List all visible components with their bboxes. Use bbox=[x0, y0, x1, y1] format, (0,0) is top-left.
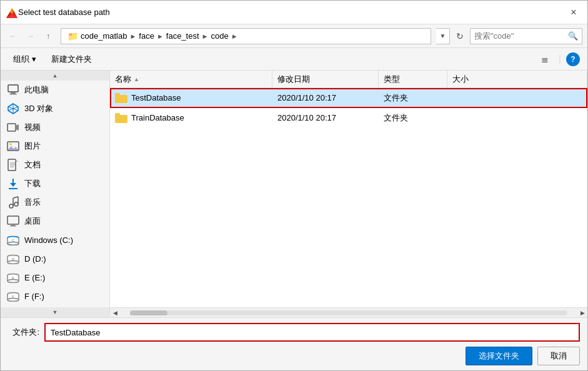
file-pane: 名称 ▲ 修改日期 类型 大小 bbox=[110, 71, 587, 317]
buttons-row: 选择文件夹 取消 bbox=[8, 347, 580, 365]
chevron-icon-1: ► bbox=[129, 32, 136, 40]
toolbar-divider: | bbox=[559, 54, 561, 65]
svg-point-14 bbox=[9, 143, 12, 146]
svg-text:F: F bbox=[12, 295, 14, 299]
path-segment-3: face_test bbox=[166, 31, 199, 41]
sidebar-item-pc[interactable]: 此电脑 bbox=[1, 81, 109, 99]
h-scroll-right-button[interactable]: ▶ bbox=[577, 308, 587, 318]
sidebar-item-3d[interactable]: 3D 对象 bbox=[1, 99, 109, 118]
windows-drive-icon: C bbox=[7, 234, 19, 246]
sidebar-label-video: 视频 bbox=[24, 122, 41, 133]
folder-icon-testdatabase bbox=[115, 93, 127, 103]
up-button[interactable]: ↑ bbox=[41, 29, 56, 44]
file-name-traindatabase: TrainDatabase bbox=[112, 113, 275, 123]
close-button[interactable]: × bbox=[565, 4, 582, 21]
file-list: TestDatabase 2020/1/10 20:17 文件夹 TrainDa… bbox=[110, 88, 587, 307]
file-name-testdatabase: TestDatabase bbox=[112, 93, 275, 103]
path-segment-1: code_matlab bbox=[81, 31, 127, 41]
sidebar-scroll-down[interactable]: ▼ bbox=[1, 307, 109, 317]
search-input[interactable] bbox=[474, 31, 566, 41]
svg-text:D: D bbox=[12, 257, 14, 261]
sidebar-item-pic[interactable]: 图片 bbox=[1, 137, 109, 156]
svg-text:C: C bbox=[12, 239, 14, 242]
main-content: ▲ 此电脑 3D 对象 bbox=[1, 71, 587, 317]
dialog-window: Select test database path × ← → ↑ ​ 📁 co… bbox=[0, 0, 588, 371]
column-headers: 名称 ▲ 修改日期 类型 大小 bbox=[110, 71, 587, 88]
svg-point-24 bbox=[9, 204, 13, 208]
e-drive-icon: E bbox=[7, 271, 19, 284]
music-icon bbox=[7, 196, 19, 209]
sidebar-item-f[interactable]: F F (F:) bbox=[1, 287, 109, 305]
d-drive-icon: D bbox=[7, 252, 19, 265]
sidebar-scroll-up[interactable]: ▲ bbox=[1, 71, 109, 81]
sidebar-item-desktop[interactable]: 桌面 bbox=[1, 212, 109, 230]
f-drive-icon: F bbox=[7, 290, 19, 302]
refresh-button[interactable]: ↻ bbox=[452, 28, 467, 44]
view-button[interactable]: ≣ bbox=[536, 51, 554, 67]
organize-button[interactable]: 组织 ▾ bbox=[8, 51, 41, 67]
dialog-title: Select test database path bbox=[18, 7, 565, 17]
file-type-traindatabase: 文件夹 bbox=[381, 112, 450, 124]
sidebar-label-desktop: 桌面 bbox=[24, 215, 41, 227]
title-bar: Select test database path × bbox=[1, 1, 587, 24]
sidebar-items: 此电脑 3D 对象 视频 bbox=[1, 71, 109, 315]
h-scroll-track bbox=[130, 310, 567, 315]
file-date-traindatabase: 2020/1/10 20:17 bbox=[275, 113, 381, 122]
chevron-icon-4: ► bbox=[231, 32, 238, 40]
select-folder-button[interactable]: 选择文件夹 bbox=[466, 347, 532, 365]
help-button[interactable]: ? bbox=[566, 52, 580, 66]
file-row-traindatabase[interactable]: TrainDatabase 2020/1/10 20:17 文件夹 bbox=[110, 108, 587, 128]
h-scroll-thumb[interactable] bbox=[130, 310, 167, 315]
col-header-size[interactable]: 大小 bbox=[447, 71, 587, 87]
back-button[interactable]: ← bbox=[6, 29, 21, 44]
sidebar-item-doc[interactable]: 文档 bbox=[1, 156, 109, 174]
toolbar: 组织 ▾ 新建文件夹 ≣ | ? bbox=[1, 48, 587, 71]
sidebar-item-dl[interactable]: 下载 bbox=[1, 174, 109, 193]
address-bar: ← → ↑ ​ 📁 code_matlab ► face ► face_test… bbox=[1, 24, 587, 48]
app-icon bbox=[6, 6, 18, 19]
file-row-testdatabase[interactable]: TestDatabase 2020/1/10 20:17 文件夹 bbox=[110, 88, 587, 108]
sidebar-label-wc: Windows (C:) bbox=[24, 235, 73, 245]
sidebar-item-video[interactable]: 视频 bbox=[1, 118, 109, 137]
svg-rect-5 bbox=[11, 92, 16, 94]
address-path[interactable]: ​ 📁 code_matlab ► face ► face_test ► cod… bbox=[61, 28, 431, 44]
3d-icon bbox=[7, 102, 19, 115]
new-folder-button[interactable]: 新建文件夹 bbox=[46, 51, 97, 67]
sidebar-item-wc[interactable]: C Windows (C:) bbox=[1, 230, 109, 249]
sidebar-label-doc: 文档 bbox=[24, 159, 41, 171]
sidebar-label-f: F (F:) bbox=[24, 292, 44, 301]
search-icon: 🔍 bbox=[568, 31, 578, 41]
sidebar-label-music: 音乐 bbox=[24, 197, 41, 208]
col-header-date[interactable]: 修改日期 bbox=[272, 71, 379, 87]
sidebar-label-d: D (D:) bbox=[24, 254, 46, 264]
sort-arrow-icon: ▲ bbox=[134, 76, 139, 82]
filename-label: 文件夹: bbox=[8, 327, 39, 338]
path-segment-4: code bbox=[211, 31, 228, 41]
file-type-testdatabase: 文件夹 bbox=[381, 92, 450, 104]
horizontal-scrollbar[interactable]: ◀ ▶ bbox=[110, 307, 587, 317]
address-dropdown-button[interactable]: ▼ bbox=[436, 28, 450, 44]
svg-rect-11 bbox=[7, 124, 16, 131]
pic-icon bbox=[7, 140, 19, 152]
folder-icon-small: 📁 bbox=[67, 31, 78, 41]
path-segment-2: face bbox=[139, 31, 154, 41]
sidebar-item-e[interactable]: E E (E:) bbox=[1, 268, 109, 287]
h-scroll-left-button[interactable]: ◀ bbox=[110, 308, 120, 318]
search-box[interactable]: 🔍 bbox=[470, 28, 582, 44]
col-header-name[interactable]: 名称 ▲ bbox=[110, 71, 272, 87]
sidebar-item-d[interactable]: D D (D:) bbox=[1, 249, 109, 268]
desktop-icon bbox=[7, 215, 19, 227]
video-icon bbox=[7, 121, 19, 134]
sidebar-label-pc: 此电脑 bbox=[24, 84, 49, 96]
sidebar-label-3d: 3D 对象 bbox=[24, 103, 53, 114]
doc-icon bbox=[7, 159, 19, 171]
col-header-type[interactable]: 类型 bbox=[379, 71, 447, 87]
svg-marker-15 bbox=[7, 146, 19, 150]
sidebar-item-music[interactable]: 音乐 bbox=[1, 193, 109, 212]
cancel-button[interactable]: 取消 bbox=[537, 347, 580, 365]
pc-icon bbox=[7, 84, 19, 96]
forward-button[interactable]: → bbox=[23, 29, 38, 44]
filename-input[interactable] bbox=[44, 323, 580, 342]
svg-marker-17 bbox=[16, 159, 18, 162]
svg-rect-30 bbox=[11, 224, 15, 225]
